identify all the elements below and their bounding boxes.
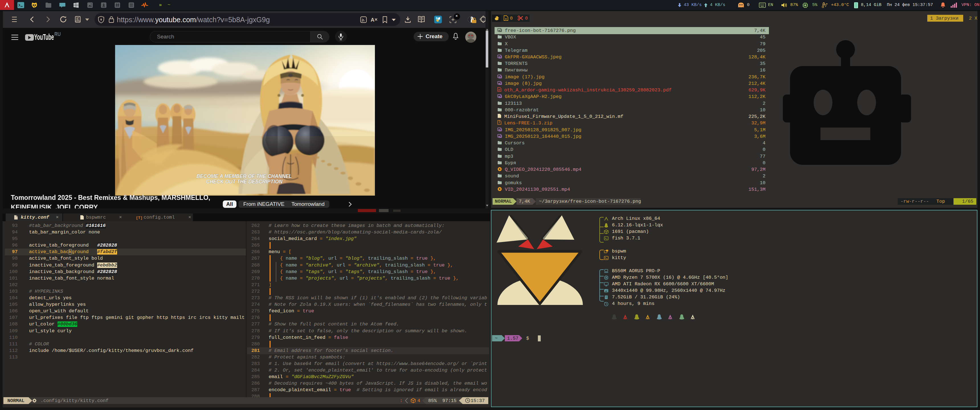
svg-text:BECOME A MEMBER OF THE CHANNEL: BECOME A MEMBER OF THE CHANNEL xyxy=(196,173,292,179)
svg-text:CHECK OUT THE DESCRIPTION: CHECK OUT THE DESCRIPTION xyxy=(206,179,283,184)
svg-text:A: A xyxy=(371,17,374,23)
